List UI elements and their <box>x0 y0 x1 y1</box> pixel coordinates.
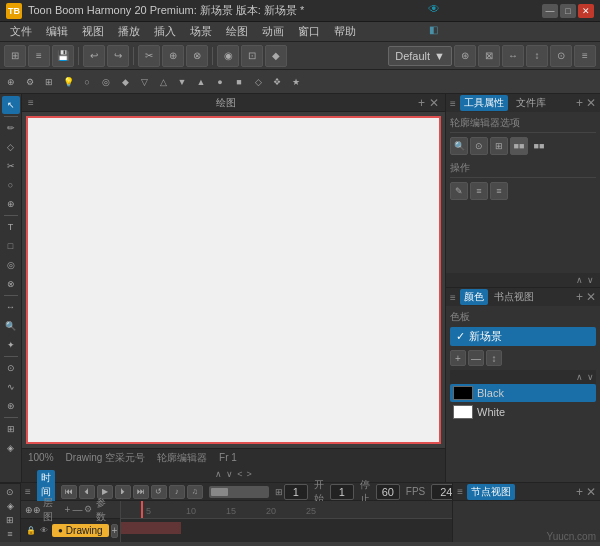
menu-help[interactable]: 帮助 <box>328 22 362 41</box>
canvas-eye-icon[interactable]: 👁 <box>428 2 440 16</box>
maximize-button[interactable]: □ <box>560 4 576 18</box>
nav-left[interactable]: < <box>237 469 242 479</box>
drawing-canvas[interactable] <box>26 116 441 444</box>
menu-window[interactable]: 窗口 <box>292 22 326 41</box>
canvas-expand-icon[interactable]: ≡ <box>28 97 34 108</box>
panel-add-icon[interactable]: + <box>576 96 583 110</box>
toolbar-extra1[interactable]: ⊛ <box>454 45 476 67</box>
ce-btn-search[interactable]: 🔍 <box>450 137 468 155</box>
toolbar-save[interactable]: 💾 <box>52 45 74 67</box>
track-add-button[interactable]: + <box>111 524 119 538</box>
canvas-close-icon[interactable]: ✕ <box>429 96 439 110</box>
tool-contour[interactable]: ◇ <box>2 138 20 156</box>
tab-tool-props[interactable]: 工具属性 <box>460 95 508 111</box>
color-arrow-down[interactable]: ∨ <box>585 372 596 382</box>
op-btn-align1[interactable]: ≡ <box>470 182 488 200</box>
vis-icon[interactable]: 👁 <box>38 525 50 537</box>
toolbar-extra3[interactable]: ↔ <box>502 45 524 67</box>
toolbar-extra5[interactable]: ⊙ <box>550 45 572 67</box>
tb2-btn-2[interactable]: ⊞ <box>40 73 58 91</box>
toolbar-extra2[interactable]: ⊠ <box>478 45 500 67</box>
tool-shape[interactable]: ○ <box>2 176 20 194</box>
tl-tool-3[interactable]: ⊞ <box>1 514 19 527</box>
tl-tool-4[interactable]: ≡ <box>1 527 19 540</box>
toolbar-undo[interactable]: ↩ <box>83 45 105 67</box>
ce-btn-nodes2[interactable]: ■■ <box>530 137 548 155</box>
tl-tool-1[interactable]: ⊙ <box>1 486 19 499</box>
tool-eraser[interactable]: ◎ <box>2 256 20 274</box>
tab-nodes-view[interactable]: 书点视图 <box>490 289 538 305</box>
toolbar-extra6[interactable]: ≡ <box>574 45 596 67</box>
color-item-white[interactable]: White <box>450 403 596 421</box>
btn-sound[interactable]: ♫ <box>187 485 203 499</box>
tab-nodes-timeline[interactable]: 节点视图 <box>467 484 515 500</box>
tool-deform[interactable]: ∿ <box>2 378 20 396</box>
tl-right-close[interactable]: ✕ <box>586 485 596 499</box>
toolbar-select[interactable]: ◉ <box>217 45 239 67</box>
expand-icon[interactable]: ≡ <box>450 98 456 109</box>
tb2-btn-0[interactable]: ⊕ <box>2 73 20 91</box>
op-btn-pencil[interactable]: ✎ <box>450 182 468 200</box>
color-expand-icon[interactable]: ≡ <box>450 292 456 303</box>
toolbar-copy[interactable]: ⊕ <box>162 45 184 67</box>
tool-bone[interactable]: ⊙ <box>2 359 20 377</box>
toolbar-redo[interactable]: ↪ <box>107 45 129 67</box>
tb2-btn-8[interactable]: △ <box>154 73 172 91</box>
menu-animate[interactable]: 动画 <box>256 22 290 41</box>
view-dropdown[interactable]: Default ▼ <box>388 46 452 66</box>
tool-select[interactable]: ↖ <box>2 96 20 114</box>
menu-scene[interactable]: 场景 <box>184 22 218 41</box>
menu-insert[interactable]: 插入 <box>148 22 182 41</box>
tab-library[interactable]: 文件库 <box>512 95 550 111</box>
window-controls[interactable]: — □ ✕ <box>542 4 594 18</box>
btn-rewind[interactable]: ⏮ <box>61 485 77 499</box>
nav-down[interactable]: ∨ <box>226 469 233 479</box>
tb2-btn-13[interactable]: ◇ <box>249 73 267 91</box>
color-close-icon[interactable]: ✕ <box>586 290 596 304</box>
tl-tool-2[interactable]: ◈ <box>1 500 19 513</box>
tb2-btn-5[interactable]: ◎ <box>97 73 115 91</box>
color-add-icon[interactable]: + <box>576 290 583 304</box>
tb2-btn-1[interactable]: ⚙ <box>21 73 39 91</box>
track-expand-icon[interactable]: ⊕⊕ <box>25 505 41 515</box>
toolbar-view[interactable]: ⊡ <box>241 45 263 67</box>
tool-text[interactable]: T <box>2 218 20 236</box>
tl-right-expand[interactable]: ≡ <box>457 486 463 497</box>
start-frame[interactable]: 1 <box>330 484 354 500</box>
menu-edit[interactable]: 编辑 <box>40 22 74 41</box>
menu-play[interactable]: 播放 <box>112 22 146 41</box>
canvas-add-icon[interactable]: + <box>418 96 425 110</box>
color-arrow-up[interactable]: ∧ <box>574 372 585 382</box>
lock-icon[interactable]: 🔒 <box>25 525 37 537</box>
btn-forward[interactable]: ⏭ <box>133 485 149 499</box>
track-add-icon[interactable]: + <box>65 504 71 515</box>
arrow-up[interactable]: ∧ <box>574 275 585 285</box>
tool-extra1[interactable]: ◈ <box>2 439 20 457</box>
btn-next-frame[interactable]: ⏵ <box>115 485 131 499</box>
tool-rect[interactable]: □ <box>2 237 20 255</box>
toolbar-new[interactable]: ⊞ <box>4 45 26 67</box>
close-button[interactable]: ✕ <box>578 4 594 18</box>
palette-add-btn[interactable]: + <box>450 350 466 366</box>
menu-file[interactable]: 文件 <box>4 22 38 41</box>
tool-cutter[interactable]: ✂ <box>2 157 20 175</box>
minimize-button[interactable]: — <box>542 4 558 18</box>
btn-volume[interactable]: ♪ <box>169 485 185 499</box>
tb2-btn-11[interactable]: ● <box>211 73 229 91</box>
ce-btn-grid[interactable]: ⊞ <box>490 137 508 155</box>
menu-draw[interactable]: 绘图 <box>220 22 254 41</box>
playhead[interactable] <box>141 501 143 518</box>
btn-loop[interactable]: ↺ <box>151 485 167 499</box>
tool-pencil[interactable]: ✏ <box>2 119 20 137</box>
ce-btn-nodes1[interactable]: ■■ <box>510 137 528 155</box>
color-item-black[interactable]: Black <box>450 384 596 402</box>
panel-close-icon[interactable]: ✕ <box>586 96 596 110</box>
arrow-down[interactable]: ∨ <box>585 275 596 285</box>
tb2-btn-12[interactable]: ■ <box>230 73 248 91</box>
tb2-btn-15[interactable]: ★ <box>287 73 305 91</box>
track-minus-icon[interactable]: — <box>72 504 82 515</box>
op-btn-align2[interactable]: ≡ <box>490 182 508 200</box>
menu-view[interactable]: 视图 <box>76 22 110 41</box>
toolbar-paste[interactable]: ⊗ <box>186 45 208 67</box>
toolbar-open[interactable]: ≡ <box>28 45 50 67</box>
